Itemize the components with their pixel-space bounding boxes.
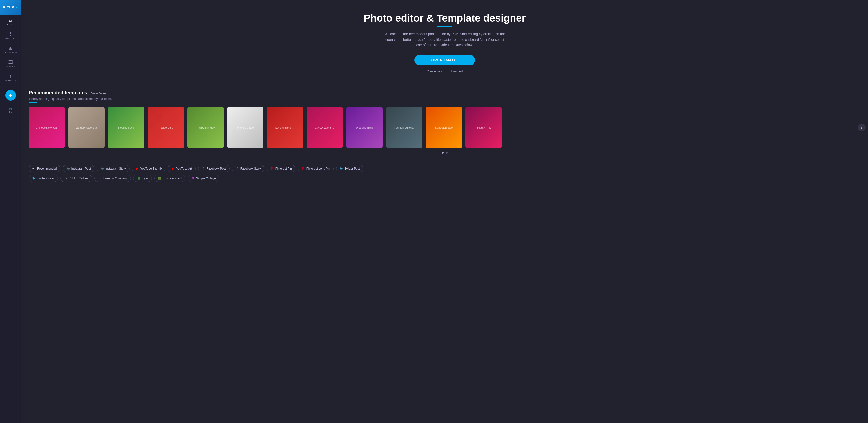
- category-simple-collage[interactable]: ⊞Simple Collage: [188, 175, 219, 182]
- category-linkedin-company[interactable]: inLinkedIn Company: [94, 175, 131, 182]
- category-facebook-story[interactable]: fFacebook Story: [232, 165, 265, 172]
- category-pinterest-long-pin[interactable]: PPinterest Long Pin: [298, 165, 334, 172]
- pinterest-long-pin-label: Pinterest Long Pin: [306, 167, 330, 170]
- carousel-dots: [29, 151, 861, 153]
- category-facebook-post[interactable]: fFacebook Post: [198, 165, 229, 172]
- main-content: Photo editor & Template designer Welcome…: [21, 0, 868, 423]
- simple-collage-icon: ⊞: [191, 176, 195, 180]
- category-youtube-thumb[interactable]: ▶YouTube Thumb: [132, 165, 165, 172]
- lang-label: EN: [9, 111, 12, 114]
- sidebar-item-updates[interactable]: ↑ UPDATES: [0, 71, 21, 85]
- templates-subtitle: Trendy and high quality templates hand p…: [29, 97, 861, 101]
- sidebar-item-templates[interactable]: ⊞ TEMPLATES: [0, 43, 21, 57]
- sidebar-item-images[interactable]: 🖼 IMAGES: [0, 57, 21, 71]
- carousel-wrapper: Chinese New YearJanuary CalendarHealthy …: [29, 107, 861, 148]
- category-twitter-cover[interactable]: 🐦Twitter Cover: [29, 175, 58, 182]
- globe-icon: 🌐: [9, 108, 12, 110]
- home-icon: ⌂: [9, 18, 12, 22]
- twitter-post-icon: 🐦: [340, 167, 343, 170]
- category-business-card[interactable]: ▦Business Card: [154, 175, 185, 182]
- hero-underline: [437, 26, 452, 27]
- template-card-label-3: Healthy Food: [108, 107, 144, 148]
- template-card-2[interactable]: January Calendar: [68, 107, 104, 148]
- add-button[interactable]: +: [5, 90, 16, 101]
- sidebar-item-home[interactable]: ⌂ HOME: [0, 15, 21, 29]
- facebook-story-label: Facebook Story: [241, 167, 261, 170]
- template-card-1[interactable]: Chinese New Year: [29, 107, 65, 148]
- flyer-icon: ▦: [137, 176, 140, 180]
- sidebar-divider-2: [4, 105, 17, 105]
- carousel-next-button[interactable]: ›: [858, 124, 866, 132]
- pinterest-pin-icon: P: [271, 167, 274, 170]
- business-card-icon: ▦: [158, 176, 161, 180]
- hero-subtitle: Welcome to the free modern photo editor …: [384, 31, 505, 48]
- category-twitter-post[interactable]: 🐦Twitter Post: [336, 165, 364, 172]
- templates-title: Recommended templates: [29, 90, 87, 95]
- load-url-link[interactable]: Load url: [452, 69, 463, 73]
- sidebar-item-history[interactable]: ⏱ HISTORY: [0, 29, 21, 43]
- templates-underline: [29, 102, 37, 103]
- pinterest-pin-label: Pinterest Pin: [275, 167, 292, 170]
- logo-text: PIXLR X: [3, 5, 18, 9]
- template-card-4[interactable]: Recipe Card: [148, 107, 184, 148]
- template-card-11[interactable]: Sandwich Sale: [426, 107, 462, 148]
- instagram-post-label: Instagram Post: [71, 167, 91, 170]
- sidebar-label-templates: TEMPLATES: [4, 51, 18, 54]
- template-card-label-10: Fashion Editorial: [386, 107, 423, 148]
- template-card-label-1: Chinese New Year: [29, 107, 65, 148]
- template-card-label-7: Love is in the Air: [267, 107, 303, 148]
- category-recommended[interactable]: 👁Recommended: [29, 165, 60, 172]
- templates-carousel: Chinese New YearJanuary CalendarHealthy …: [29, 107, 861, 148]
- linkedin-company-icon: in: [98, 176, 101, 180]
- template-card-10[interactable]: Fashion Editorial: [386, 107, 423, 148]
- open-image-button[interactable]: OPEN IMAGE: [414, 55, 475, 65]
- template-card-7[interactable]: Love is in the Air: [267, 107, 303, 148]
- template-card-5[interactable]: Happy Birthday: [187, 107, 224, 148]
- template-card-label-12: Beauty Pink: [465, 107, 502, 148]
- category-roblox-clothes[interactable]: ◻Roblox Clothes: [60, 175, 92, 182]
- recommended-icon: 👁: [32, 167, 36, 170]
- images-icon: 🖼: [8, 60, 13, 64]
- category-flyer[interactable]: ▦Flyer: [133, 175, 152, 182]
- pinterest-long-pin-icon: P: [302, 167, 305, 170]
- facebook-post-label: Facebook Post: [207, 167, 226, 170]
- twitter-cover-icon: 🐦: [32, 176, 36, 180]
- carousel-dot-2[interactable]: [445, 151, 447, 153]
- templates-header: Recommended templates View More: [29, 90, 861, 95]
- template-card-8[interactable]: XOXO Valentine: [307, 107, 343, 148]
- template-card-6[interactable]: Photo Collage: [227, 107, 264, 148]
- instagram-story-icon: 📷: [100, 167, 104, 170]
- template-card-label-9: Wedding Bliss: [346, 107, 383, 148]
- template-card-label-5: Happy Birthday: [187, 107, 224, 148]
- category-instagram-story[interactable]: 📷Instagram Story: [97, 165, 130, 172]
- carousel-dot-1[interactable]: [442, 151, 444, 153]
- category-pinterest-pin[interactable]: PPinterest Pin: [267, 165, 296, 172]
- template-card-12[interactable]: Beauty Pink: [465, 107, 502, 148]
- sidebar-label-images: IMAGES: [6, 65, 15, 68]
- simple-collage-label: Simple Collage: [196, 176, 216, 180]
- updates-icon: ↑: [9, 74, 12, 79]
- business-card-label: Business Card: [163, 176, 182, 180]
- template-card-3[interactable]: Healthy Food: [108, 107, 144, 148]
- category-instagram-post[interactable]: 📷Instagram Post: [63, 165, 94, 172]
- categories-row-1: 👁Recommended📷Instagram Post📷Instagram St…: [29, 165, 861, 172]
- template-card-9[interactable]: Wedding Bliss: [346, 107, 383, 148]
- youtube-art-icon: ▶: [171, 167, 175, 170]
- app-logo[interactable]: PIXLR X: [0, 0, 21, 15]
- twitter-cover-label: Twitter Cover: [37, 176, 54, 180]
- sidebar-label-home: HOME: [7, 23, 14, 26]
- template-card-label-6: Photo Collage: [227, 107, 264, 148]
- create-new-link[interactable]: Create new: [427, 69, 442, 73]
- roblox-clothes-icon: ◻: [64, 176, 67, 180]
- category-youtube-art[interactable]: ▶YouTube Art: [167, 165, 195, 172]
- instagram-story-label: Instagram Story: [105, 167, 126, 170]
- template-card-label-2: January Calendar: [68, 107, 104, 148]
- language-button[interactable]: 🌐 EN: [9, 106, 12, 116]
- instagram-post-icon: 📷: [66, 167, 70, 170]
- youtube-thumb-label: YouTube Thumb: [141, 167, 162, 170]
- hero-links: Create new or Load url: [26, 69, 863, 73]
- view-more-link[interactable]: View More: [91, 91, 106, 95]
- youtube-art-label: YouTube Art: [176, 167, 192, 170]
- history-icon: ⏱: [8, 31, 13, 36]
- templates-icon: ⊞: [8, 46, 12, 51]
